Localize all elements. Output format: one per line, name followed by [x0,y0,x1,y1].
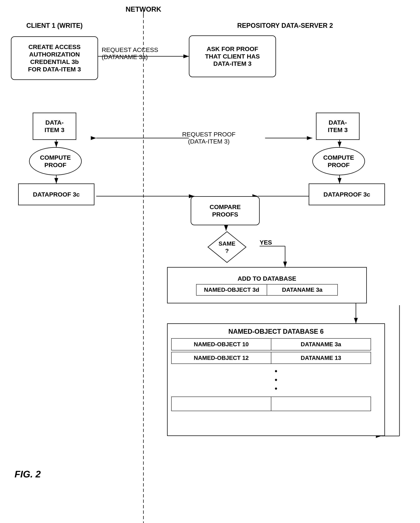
same-diamond: SAME ? [207,231,247,263]
compute-proof-right: COMPUTEPROOF [312,147,365,175]
request-access-label: REQUEST ACCESS(DATANAME 3a) [102,46,189,60]
client-label: CLIENT 1 (WRITE) [11,22,98,29]
server-label: REPOSITORY DATA-SERVER 2 [185,22,385,29]
compare-proofs-box: COMPAREPROOFS [191,196,260,225]
svg-text:SAME: SAME [219,240,235,247]
compute-proof-left: COMPUTEPROOF [29,147,82,175]
network-label: NETWORK [123,5,163,13]
dataproof-right-box: DATAPROOF 3c [309,183,385,205]
request-proof-label: REQUEST PROOF(DATA-ITEM 3) [153,131,265,145]
svg-marker-19 [208,232,246,262]
data-item3-left-box: DATA-ITEM 3 [33,113,76,140]
add-to-database-outer: ADD TO DATABASE NAMED-OBJECT 3d DATANAME… [167,267,367,303]
create-access-box: CREATE ACCESSAUTHORIZATIONCREDENTIAL 3bF… [11,36,98,80]
fig-label: FIG. 2 [15,469,41,480]
svg-text:?: ? [225,248,229,254]
data-item3-right-box: DATA-ITEM 3 [316,113,360,140]
dataproof-left-box: DATAPROOF 3c [18,183,94,205]
ask-proof-box: ASK FOR PROOFTHAT CLIENT HASDATA-ITEM 3 [189,35,276,77]
named-object-database-box: NAMED-OBJECT DATABASE 6 NAMED-OBJECT 10 … [167,323,385,436]
yes-label: YES [260,239,272,246]
